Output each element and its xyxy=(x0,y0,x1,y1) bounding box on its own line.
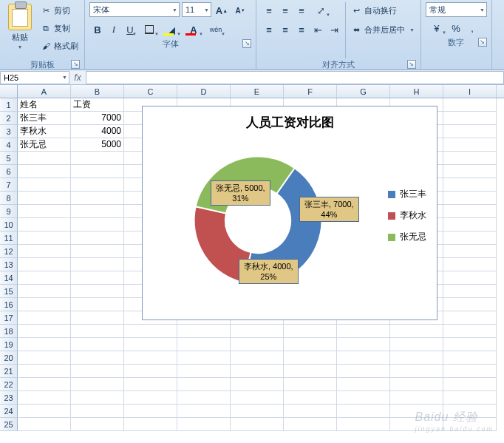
column-header-F[interactable]: F xyxy=(284,85,337,98)
cell-E18[interactable] xyxy=(231,325,284,338)
row-header-25[interactable]: 25 xyxy=(0,418,18,431)
cell-A22[interactable] xyxy=(18,378,71,391)
cell-B8[interactable] xyxy=(71,192,124,205)
cell-I3[interactable] xyxy=(443,125,497,138)
cell-H22[interactable] xyxy=(390,378,443,391)
cell-D25[interactable] xyxy=(177,418,231,431)
cell-G25[interactable] xyxy=(337,418,390,431)
cell-A13[interactable] xyxy=(18,258,71,271)
cell-A25[interactable] xyxy=(18,418,71,431)
column-header-D[interactable]: D xyxy=(177,85,231,98)
cell-B6[interactable] xyxy=(71,165,124,178)
cell-A3[interactable]: 李秋水 xyxy=(18,125,71,138)
cell-B5[interactable] xyxy=(71,152,124,165)
cell-H21[interactable] xyxy=(390,365,443,378)
cell-G21[interactable] xyxy=(337,365,390,378)
font-dialog-launcher[interactable]: ↘ xyxy=(242,39,251,48)
phonetic-button[interactable]: wén▼ xyxy=(205,21,227,38)
cell-F21[interactable] xyxy=(284,365,337,378)
cell-I6[interactable] xyxy=(443,165,497,178)
cell-I13[interactable] xyxy=(443,258,497,271)
cell-B1[interactable]: 工资 xyxy=(71,98,124,112)
cell-I19[interactable] xyxy=(443,338,497,351)
align-middle-button[interactable]: ≡ xyxy=(277,2,293,18)
cut-button[interactable]: ✂ 剪切 xyxy=(38,2,80,18)
cell-I23[interactable] xyxy=(443,391,497,405)
cell-B7[interactable] xyxy=(71,178,124,192)
cell-I20[interactable] xyxy=(443,351,497,365)
row-header-7[interactable]: 7 xyxy=(0,178,18,192)
cell-A2[interactable]: 张三丰 xyxy=(18,112,71,125)
cell-B14[interactable] xyxy=(71,271,124,285)
cell-A18[interactable] xyxy=(18,325,71,338)
cell-A21[interactable] xyxy=(18,365,71,378)
cell-B17[interactable] xyxy=(71,311,124,325)
row-header-23[interactable]: 23 xyxy=(0,391,18,405)
row-header-6[interactable]: 6 xyxy=(0,165,18,178)
cell-D19[interactable] xyxy=(177,338,231,351)
shrink-font-button[interactable]: A▼ xyxy=(232,2,248,18)
row-header-17[interactable]: 17 xyxy=(0,311,18,325)
cell-A15[interactable] xyxy=(18,285,71,298)
cell-G24[interactable] xyxy=(337,405,390,418)
align-bottom-button[interactable]: ≡ xyxy=(293,2,310,18)
cell-B24[interactable] xyxy=(71,405,124,418)
cell-H18[interactable] xyxy=(390,325,443,338)
cell-I11[interactable] xyxy=(443,231,497,245)
cell-A8[interactable] xyxy=(18,192,71,205)
fx-button[interactable]: fx xyxy=(69,72,86,83)
cell-A9[interactable] xyxy=(18,205,71,218)
cell-I12[interactable] xyxy=(443,245,497,258)
grow-font-button[interactable]: A▲ xyxy=(214,2,230,18)
cell-G23[interactable] xyxy=(337,391,390,405)
row-header-1[interactable]: 1 xyxy=(0,98,18,112)
cell-I21[interactable] xyxy=(443,365,497,378)
cell-F19[interactable] xyxy=(284,338,337,351)
cell-H20[interactable] xyxy=(390,351,443,365)
cell-D21[interactable] xyxy=(177,365,231,378)
column-header-I[interactable]: I xyxy=(443,85,497,98)
cell-B23[interactable] xyxy=(71,391,124,405)
cell-B22[interactable] xyxy=(71,378,124,391)
cell-B13[interactable] xyxy=(71,258,124,271)
row-header-15[interactable]: 15 xyxy=(0,285,18,298)
cell-B18[interactable] xyxy=(71,325,124,338)
cell-E20[interactable] xyxy=(231,351,284,365)
cell-B16[interactable] xyxy=(71,298,124,311)
cell-G20[interactable] xyxy=(337,351,390,365)
cell-A5[interactable] xyxy=(18,152,71,165)
increase-indent-button[interactable]: ⇥ xyxy=(326,21,342,38)
cell-A11[interactable] xyxy=(18,231,71,245)
align-top-button[interactable]: ≡ xyxy=(261,2,277,18)
row-header-20[interactable]: 20 xyxy=(0,351,18,365)
cell-A7[interactable] xyxy=(18,178,71,192)
cell-F18[interactable] xyxy=(284,325,337,338)
cell-B11[interactable] xyxy=(71,231,124,245)
select-all-corner[interactable] xyxy=(0,85,18,98)
cell-B15[interactable] xyxy=(71,285,124,298)
row-header-12[interactable]: 12 xyxy=(0,245,18,258)
paste-button[interactable]: 粘贴 ▼ xyxy=(4,2,35,58)
cell-A4[interactable]: 张无忌 xyxy=(18,138,71,152)
cell-H19[interactable] xyxy=(390,338,443,351)
percent-button[interactable]: % xyxy=(448,20,464,36)
currency-button[interactable]: ¥▼ xyxy=(426,20,448,36)
cell-A23[interactable] xyxy=(18,391,71,405)
cell-I9[interactable] xyxy=(443,205,497,218)
cell-I10[interactable] xyxy=(443,218,497,231)
alignment-dialog-launcher[interactable]: ↘ xyxy=(407,60,416,69)
cell-E22[interactable] xyxy=(231,378,284,391)
cell-H23[interactable] xyxy=(390,391,443,405)
cell-E21[interactable] xyxy=(231,365,284,378)
cell-A16[interactable] xyxy=(18,298,71,311)
decrease-indent-button[interactable]: ⇤ xyxy=(310,21,326,38)
row-header-16[interactable]: 16 xyxy=(0,298,18,311)
cell-A14[interactable] xyxy=(18,271,71,285)
cell-I15[interactable] xyxy=(443,285,497,298)
cell-F22[interactable] xyxy=(284,378,337,391)
number-format-combo[interactable]: 常规 ▼ xyxy=(426,2,487,17)
cell-C20[interactable] xyxy=(124,351,177,365)
cell-I4[interactable] xyxy=(443,138,497,152)
font-color-button[interactable]: A ▼ xyxy=(183,21,205,38)
row-header-21[interactable]: 21 xyxy=(0,365,18,378)
